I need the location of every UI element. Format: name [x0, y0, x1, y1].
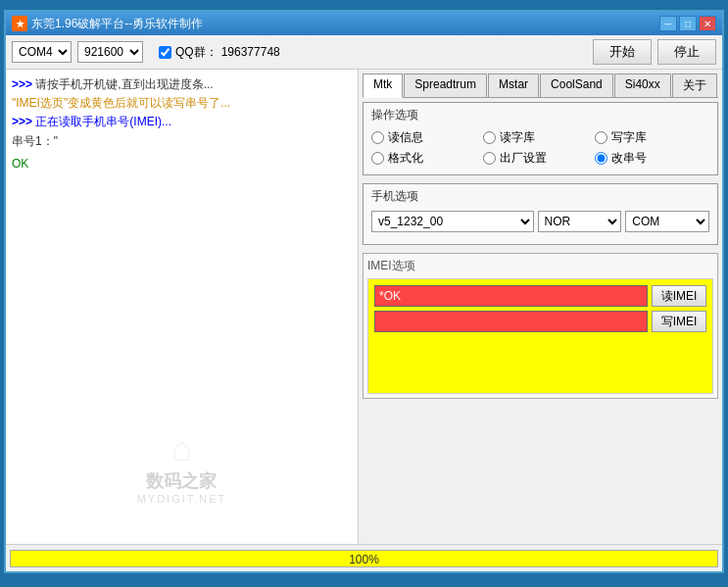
imei-extra-area [374, 336, 706, 387]
tab-mtk[interactable]: Mtk [363, 73, 403, 98]
log-line-4: 串号1：" [12, 132, 352, 151]
radio-read-dict[interactable]: 读字库 [483, 129, 595, 146]
progress-text: 100% [11, 551, 717, 567]
phone-options: v5_1232_00 NOR NAND COM USB [371, 211, 709, 232]
radio-factory[interactable]: 出厂设置 [483, 150, 595, 167]
com-port-select[interactable]: COM4 COM1 COM2 COM3 [12, 41, 72, 63]
radio-group: 读信息 读字库 写字库 格式化 出厂设置 改串号 [371, 129, 709, 167]
phone-section: 手机选项 v5_1232_00 NOR NAND COM USB [363, 183, 718, 245]
imei-title: IMEI选项 [367, 258, 713, 274]
phone-port-select[interactable]: COM USB [625, 211, 709, 232]
write-imei-button[interactable]: 写IMEI [652, 311, 706, 332]
log-line-3: >>> 正在读取手机串号(IMEI)... [12, 113, 352, 131]
qq-number: 196377748 [221, 45, 280, 59]
operation-title: 操作选项 [371, 107, 709, 123]
watermark: ⌂ 数码之家 MYDIGIT.NET [137, 428, 227, 505]
log-line-1: >>> 请按手机开机键,直到出现进度条... [12, 75, 352, 94]
radio-format[interactable]: 格式化 [371, 150, 483, 167]
progress-container: 100% [10, 550, 718, 567]
operation-section: 操作选项 读信息 读字库 写字库 格式化 出厂设置 [363, 102, 718, 175]
tab-mstar[interactable]: Mstar [488, 73, 539, 97]
qq-group: QQ群： 196377748 [159, 44, 280, 61]
imei-fields [374, 285, 648, 332]
baud-rate-select[interactable]: 921600 115200 57600 [77, 41, 143, 63]
toolbar: COM4 COM1 COM2 COM3 921600 115200 57600 … [6, 35, 722, 70]
minimize-button[interactable]: ─ [659, 16, 677, 31]
app-icon: ★ [12, 16, 27, 31]
imei-field-2[interactable] [374, 311, 648, 332]
tab-spreadtrum[interactable]: Spreadtrum [404, 73, 487, 97]
qq-label: QQ群： [175, 44, 218, 61]
watermark-site: 数码之家 [137, 469, 227, 493]
phone-model-select[interactable]: v5_1232_00 [371, 211, 534, 232]
window-title: 东莞1.96破解平台--勇乐软件制作 [31, 16, 659, 32]
phone-type-select[interactable]: NOR NAND [538, 211, 622, 232]
radio-read-info[interactable]: 读信息 [371, 129, 483, 146]
tab-si40xx[interactable]: Si40xx [614, 73, 671, 97]
log-panel: >>> 请按手机开机键,直到出现进度条... "IMEI选页"变成黄色后就可以读… [6, 70, 359, 544]
right-panel: Mtk Spreadtrum Mstar CoolSand Si40xx 关于 … [359, 70, 722, 544]
qq-checkbox[interactable] [159, 46, 171, 59]
imei-inputs-row: 读IMEI 写IMEI [374, 285, 706, 332]
read-imei-button[interactable]: 读IMEI [652, 285, 706, 307]
imei-buttons: 读IMEI 写IMEI [652, 285, 706, 332]
tab-coolsand[interactable]: CoolSand [540, 73, 613, 97]
log-line-5: OK [12, 155, 352, 173]
tab-bar: Mtk Spreadtrum Mstar CoolSand Si40xx 关于 [363, 73, 718, 98]
tab-about[interactable]: 关于 [672, 73, 717, 97]
radio-change-imei[interactable]: 改串号 [595, 150, 706, 167]
main-window: ★ 东莞1.96破解平台--勇乐软件制作 ─ □ ✕ COM4 COM1 COM… [4, 10, 724, 573]
radio-write-dict[interactable]: 写字库 [595, 129, 706, 146]
start-button[interactable]: 开始 [593, 39, 652, 65]
imei-field-1[interactable] [374, 285, 648, 307]
title-bar: ★ 东莞1.96破解平台--勇乐软件制作 ─ □ ✕ [6, 12, 722, 35]
stop-button[interactable]: 停止 [657, 39, 716, 65]
phone-title: 手机选项 [371, 188, 709, 205]
imei-section: IMEI选项 读IMEI 写IMEI [363, 253, 718, 399]
imei-content: 读IMEI 写IMEI [367, 278, 713, 394]
close-button[interactable]: ✕ [699, 16, 716, 31]
watermark-url: MYDIGIT.NET [137, 493, 227, 505]
status-bar: 100% [6, 544, 722, 571]
main-content: >>> 请按手机开机键,直到出现进度条... "IMEI选页"变成黄色后就可以读… [6, 70, 722, 544]
maximize-button[interactable]: □ [679, 16, 697, 31]
title-buttons: ─ □ ✕ [659, 16, 716, 31]
log-line-2: "IMEI选页"变成黄色后就可以读写串号了... [12, 94, 352, 113]
